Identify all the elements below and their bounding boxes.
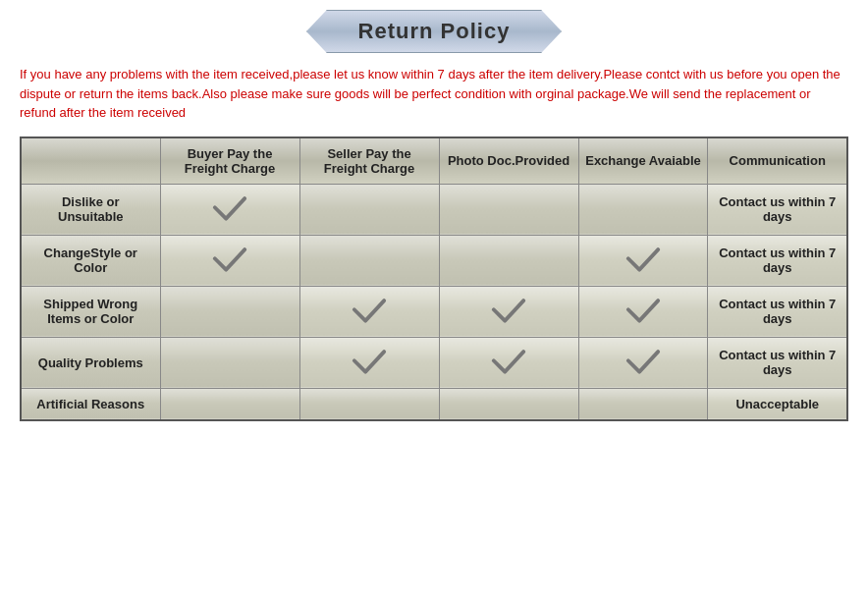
table-cell: Contact us within 7 days xyxy=(708,286,847,337)
table-cell: Contact us within 7 days xyxy=(708,184,847,235)
table-cell xyxy=(299,184,439,235)
banner-shape: Return Policy xyxy=(306,10,562,53)
table-cell: Artificial Reasons xyxy=(21,388,160,420)
col-header-exchange: Exchange Avaiable xyxy=(578,137,708,185)
table-cell xyxy=(299,337,439,388)
page-title: Return Policy xyxy=(358,19,511,43)
table-cell: Unacceptable xyxy=(708,388,847,420)
return-policy-table: Buyer Pay the Freight Charge Seller Pay … xyxy=(20,136,848,421)
policy-description: If you have any problems with the item r… xyxy=(20,65,848,123)
table-cell xyxy=(160,286,299,337)
table-cell xyxy=(160,235,299,286)
table-cell xyxy=(439,337,578,388)
table-cell xyxy=(578,235,708,286)
table-cell: Contact us within 7 days xyxy=(708,235,847,286)
table-cell xyxy=(160,184,299,235)
table-cell: Dislike or Unsuitable xyxy=(21,184,160,235)
banner-container: Return Policy xyxy=(20,10,848,53)
banner: Return Policy xyxy=(306,10,562,53)
table-cell: Contact us within 7 days xyxy=(708,337,847,388)
table-cell xyxy=(439,388,578,420)
table-cell xyxy=(160,388,299,420)
col-header-photo: Photo Doc.Provided xyxy=(439,137,578,185)
table-cell xyxy=(439,184,578,235)
table-cell xyxy=(578,184,708,235)
col-header-empty xyxy=(21,137,160,185)
table-cell xyxy=(299,286,439,337)
table-cell xyxy=(299,235,439,286)
table-cell xyxy=(578,388,708,420)
table-cell xyxy=(160,337,299,388)
table-cell xyxy=(578,286,708,337)
table-cell xyxy=(299,388,439,420)
table-cell xyxy=(439,286,578,337)
table-cell: Shipped Wrong Items or Color xyxy=(21,286,160,337)
col-header-communication: Communication xyxy=(708,137,847,185)
table-cell xyxy=(439,235,578,286)
table-cell: Quality Problems xyxy=(21,337,160,388)
col-header-buyer-pay: Buyer Pay the Freight Charge xyxy=(160,137,299,185)
col-header-seller-pay: Seller Pay the Freight Charge xyxy=(299,137,439,185)
table-cell xyxy=(578,337,708,388)
table-cell: ChangeStyle or Color xyxy=(21,235,160,286)
